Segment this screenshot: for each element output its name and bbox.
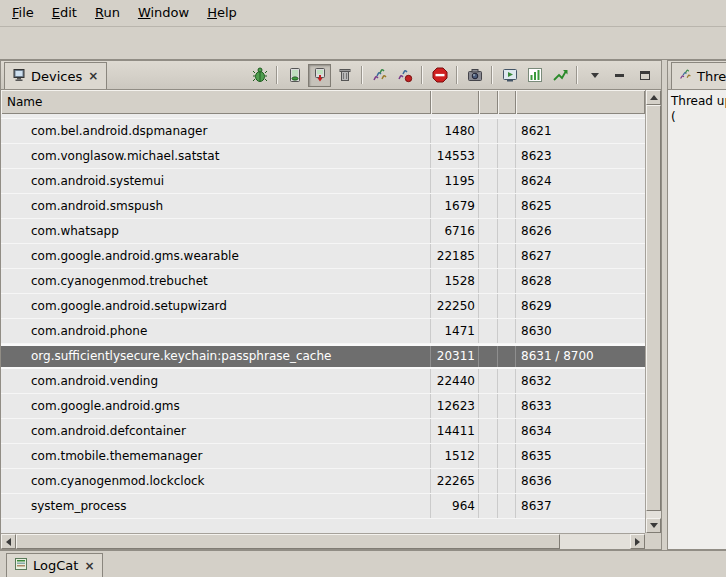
table-row[interactable]: org.sufficientlysecure.keychain:passphra…	[1, 344, 645, 369]
process-port: 8636	[516, 469, 645, 493]
tab-devices[interactable]: Devices ×	[4, 62, 107, 89]
heap-indicator-cell	[479, 269, 498, 293]
process-pid: 20311	[431, 346, 479, 367]
process-port: 8625	[516, 194, 645, 218]
table-row[interactable]: com.android.phone 1471 8630	[1, 319, 645, 344]
table-row[interactable]: system_process 964 8637	[1, 494, 645, 519]
scroll-up-button[interactable]	[646, 90, 661, 105]
scrollbar-corner	[645, 533, 661, 549]
tracer-icon[interactable]	[548, 64, 571, 87]
process-name: com.vonglasow.michael.satstat	[1, 144, 431, 168]
screen-record-icon[interactable]	[498, 64, 521, 87]
cause-gc-icon[interactable]	[333, 64, 356, 87]
screen-capture-icon[interactable]	[463, 64, 486, 87]
process-port: 8624	[516, 169, 645, 193]
stop-process-icon[interactable]	[428, 64, 451, 87]
heap-indicator-cell	[479, 494, 498, 518]
menu-run[interactable]: Run	[86, 0, 129, 26]
column-header-pid[interactable]	[431, 90, 479, 114]
table-row[interactable]: com.cyanogenmod.lockclock 22265 8636	[1, 469, 645, 494]
horizontal-scrollbar[interactable]	[1, 533, 645, 549]
thread-indicator-cell	[498, 419, 516, 443]
process-port: 8628	[516, 269, 645, 293]
tab-logcat[interactable]: LogCat ×	[6, 553, 103, 577]
thread-indicator-cell	[498, 346, 516, 367]
process-name: com.android.systemui	[1, 169, 431, 193]
process-port: 8633	[516, 394, 645, 418]
table-row[interactable]: com.google.android.setupwizard 22250 862…	[1, 294, 645, 319]
process-pid: 1471	[431, 319, 479, 343]
dump-hprof-icon[interactable]	[308, 64, 331, 87]
toolbar-separator	[456, 66, 458, 84]
toolbar-separator	[421, 66, 423, 84]
menu-help[interactable]: Help	[198, 0, 246, 26]
minimize-icon[interactable]	[608, 64, 631, 87]
system-info-icon[interactable]	[523, 64, 546, 87]
heap-indicator-cell	[479, 144, 498, 168]
threads-tabbar: Threads	[668, 61, 726, 90]
view-menu-icon[interactable]	[583, 64, 606, 87]
table-row[interactable]: com.google.android.gms 12623 8633	[1, 394, 645, 419]
process-table-body: com.bel.android.dspmanager 1480 8621 com…	[1, 114, 645, 533]
tab-devices-close-icon[interactable]: ×	[87, 70, 99, 82]
table-row[interactable]: com.vonglasow.michael.satstat 14553 8623	[1, 144, 645, 169]
tab-threads-label: Threads	[697, 69, 726, 84]
table-row[interactable]: com.tmobile.thememanager 1512 8635	[1, 444, 645, 469]
scroll-left-button[interactable]	[1, 534, 16, 549]
process-name: com.bel.android.dspmanager	[1, 119, 431, 143]
debug-process-icon[interactable]	[248, 64, 271, 87]
main-area: Devices ×	[0, 60, 726, 550]
vertical-scrollbar[interactable]	[645, 90, 661, 533]
table-row[interactable]: com.android.smspush 1679 8625	[1, 194, 645, 219]
table-header: Name	[1, 90, 645, 114]
table-row[interactable]: com.google.android.gms.wearable 22185 86…	[1, 244, 645, 269]
horizontal-scroll-thumb[interactable]	[16, 534, 560, 549]
scroll-down-button[interactable]	[646, 518, 661, 533]
devices-toolbar	[248, 61, 661, 89]
thread-indicator-cell	[498, 244, 516, 268]
process-port: 8621	[516, 119, 645, 143]
process-name: system_process	[1, 494, 431, 518]
scroll-right-button[interactable]	[630, 534, 645, 549]
process-port: 8634	[516, 419, 645, 443]
table-row[interactable]: com.whatsapp 6716 8626	[1, 219, 645, 244]
heap-indicator-cell	[479, 294, 498, 318]
process-port: 8630	[516, 319, 645, 343]
threads-panel: Threads Thread up (	[667, 60, 726, 550]
table-row[interactable]: com.cyanogenmod.trebuchet 1528 8628	[1, 269, 645, 294]
threads-message-line2: (	[671, 109, 723, 125]
update-threads-icon[interactable]	[368, 64, 391, 87]
column-header-thread[interactable]	[498, 90, 516, 114]
thread-indicator-cell	[498, 119, 516, 143]
update-heap-icon[interactable]	[283, 64, 306, 87]
process-name: com.google.android.gms	[1, 394, 431, 418]
table-row[interactable]: com.android.systemui 1195 8624	[1, 169, 645, 194]
main-toolbar	[0, 26, 726, 60]
heap-indicator-cell	[479, 394, 498, 418]
menu-file[interactable]: File	[3, 0, 43, 26]
tab-threads[interactable]: Threads	[671, 62, 726, 89]
maximize-icon[interactable]	[633, 64, 656, 87]
vertical-scroll-thumb[interactable]	[646, 105, 661, 511]
thread-indicator-cell	[498, 369, 516, 393]
table-row[interactable]: com.bel.android.dspmanager 1480 8621	[1, 119, 645, 144]
start-method-profiling-icon[interactable]	[393, 64, 416, 87]
process-pid: 1528	[431, 269, 479, 293]
tab-logcat-close-icon[interactable]: ×	[83, 560, 95, 572]
table-row[interactable]: com.android.vending 22440 8632	[1, 369, 645, 394]
menubar: FileEditRunWindowHelp	[0, 0, 726, 26]
heap-indicator-cell	[479, 244, 498, 268]
heap-indicator-cell	[479, 369, 498, 393]
column-header-port[interactable]	[516, 90, 645, 114]
thread-indicator-cell	[498, 169, 516, 193]
column-header-heap[interactable]	[479, 90, 498, 114]
column-header-name[interactable]: Name	[1, 90, 431, 114]
menu-edit[interactable]: Edit	[43, 0, 86, 26]
logcat-bar: LogCat ×	[0, 550, 726, 577]
process-pid: 12623	[431, 394, 479, 418]
threads-message-line1: Thread up	[671, 93, 723, 109]
thread-indicator-cell	[498, 494, 516, 518]
table-row[interactable]: com.android.defcontainer 14411 8634	[1, 419, 645, 444]
logcat-icon	[14, 557, 28, 574]
menu-window[interactable]: Window	[129, 0, 198, 26]
